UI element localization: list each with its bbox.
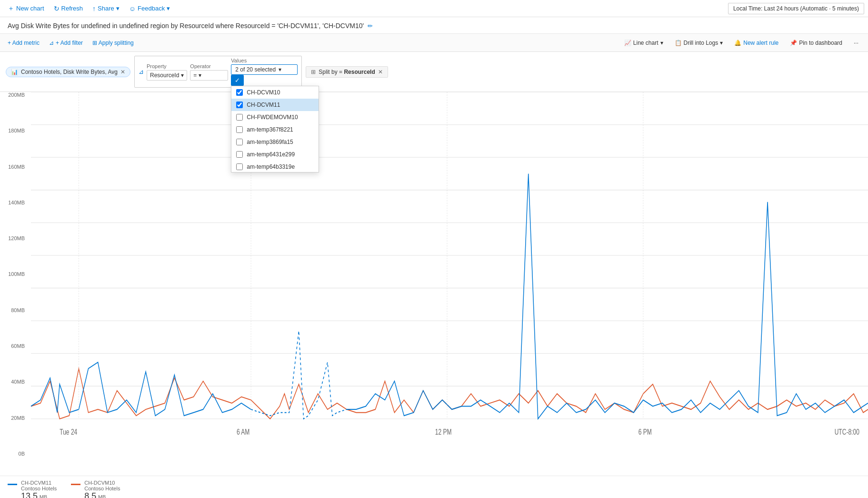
legend-line-orange <box>71 484 80 485</box>
dropdown-item-am-temp6431e299[interactable]: am-temp6431e299 <box>231 148 319 161</box>
svg-text:6 PM: 6 PM <box>639 427 652 436</box>
line-chart-icon: 📈 <box>624 40 631 46</box>
checkbox-ch-fwdemovm10[interactable] <box>236 114 243 121</box>
legend-line-blue <box>8 484 17 485</box>
metric-icon: 📊 <box>11 69 18 75</box>
operator-label: Operator <box>190 63 228 69</box>
chart-legend: CH-DCVM11 Contoso Hotels 13.5 MB CH-DCVM… <box>0 476 868 498</box>
y-label-80: 80MB <box>11 307 25 313</box>
new-chart-button[interactable]: ＋ New chart <box>4 2 48 15</box>
svg-text:Tue 24: Tue 24 <box>60 427 77 436</box>
property-label: Property <box>147 63 187 69</box>
values-apply-button[interactable]: ✓ <box>231 75 244 86</box>
legend-item-ch-dcvm10: CH-DCVM10 Contoso Hotels 8.5 MB <box>71 480 120 498</box>
feedback-button[interactable]: ☺ Feedback ▾ <box>125 3 174 14</box>
logs-chevron: ▾ <box>720 40 723 46</box>
feedback-chevron-icon: ▾ <box>167 5 170 12</box>
dropdown-list: CH-DCVM10 CH-DCVM11 CH-FWDEMOVM10 <box>231 86 319 172</box>
right-tools: 📈 Line chart ▾ 📋 Drill into Logs ▾ 🔔 New… <box>620 38 862 48</box>
metric-pill-close[interactable]: ✕ <box>120 69 125 75</box>
dropdown-item-am-temp367f8221[interactable]: am-temp367f8221 <box>231 123 319 136</box>
svg-text:12 PM: 12 PM <box>435 427 452 436</box>
values-container: 2 of 20 selected ▾ ✓ CH-DCVM10 <box>231 64 298 86</box>
drill-logs-button[interactable]: 📋 Drill into Logs ▾ <box>671 38 727 48</box>
svg-text:UTC-8:00: UTC-8:00 <box>835 427 859 436</box>
smile-icon: ☺ <box>129 5 136 12</box>
share-button[interactable]: ↑ Share ▾ <box>89 3 123 14</box>
edit-icon[interactable]: ✏ <box>368 22 373 30</box>
line-chart-button[interactable]: 📈 Line chart ▾ <box>620 38 667 48</box>
values-chevron: ▾ <box>279 66 281 73</box>
y-label-100: 100MB <box>8 271 25 277</box>
ellipsis-icon: ··· <box>854 40 858 46</box>
pin-icon: 📌 <box>790 40 797 46</box>
y-label-160: 160MB <box>8 164 25 170</box>
property-dropdown[interactable]: ResourceId ▾ <box>147 70 187 81</box>
values-group: Values 2 of 20 selected ▾ ✓ CH-DCVM10 <box>231 58 298 86</box>
share-chevron-icon: ▾ <box>116 5 120 12</box>
filter-icon: ⊿ <box>49 40 54 46</box>
operator-dropdown[interactable]: = ▾ <box>190 70 228 81</box>
filter-icon: ⊿ <box>139 68 144 75</box>
operator-chevron: ▾ <box>199 72 201 79</box>
checkbox-am-temp367f8221[interactable] <box>236 126 243 133</box>
checkbox-am-temp3869fa15[interactable] <box>236 139 243 145</box>
top-toolbar: ＋ New chart ↻ Refresh ↑ Share ▾ ☺ Feedba… <box>0 0 868 17</box>
add-filter-button[interactable]: ⊿ + Add filter <box>47 39 85 47</box>
refresh-button[interactable]: ↻ Refresh <box>50 3 87 14</box>
y-label-40: 40MB <box>11 379 25 385</box>
y-label-180: 180MB <box>8 128 25 133</box>
y-label-20: 20MB <box>11 415 25 421</box>
values-dropdown-panel: CH-DCVM10 CH-DCVM11 CH-FWDEMOVM10 <box>231 86 319 173</box>
y-label-60: 60MB <box>11 343 25 349</box>
share-icon: ↑ <box>92 5 96 12</box>
filter-row: 📊 Contoso Hotels, Disk Write Bytes, Avg … <box>0 52 868 92</box>
checkbox-am-temp6431e299[interactable] <box>236 151 243 158</box>
split-icon: ⊞ <box>311 69 316 75</box>
dropdown-item-ch-dcvm10[interactable]: CH-DCVM10 <box>231 86 319 99</box>
y-axis: 200MB 180MB 160MB 140MB 120MB 100MB 80MB… <box>0 92 29 457</box>
split-by-close[interactable]: ✕ <box>378 69 383 75</box>
y-label-140: 140MB <box>8 200 25 205</box>
dropdown-item-am-temp64b3319e[interactable]: am-temp64b3319e <box>231 161 319 172</box>
svg-text:6 AM: 6 AM <box>237 427 249 436</box>
metric-toolbar: + Add metric ⊿ + Add filter ⊞ Apply spli… <box>0 34 868 52</box>
more-options-button[interactable]: ··· <box>850 38 862 48</box>
new-alert-button[interactable]: 🔔 New alert rule <box>730 38 782 48</box>
apply-splitting-button[interactable]: ⊞ Apply splitting <box>90 39 136 47</box>
dropdown-item-ch-dcvm11[interactable]: CH-DCVM11 <box>231 99 319 111</box>
metric-pill: 📊 Contoso Hotels, Disk Write Bytes, Avg … <box>6 67 130 77</box>
logs-icon: 📋 <box>675 40 682 46</box>
legend-text-ch-dcvm10: CH-DCVM10 Contoso Hotels 8.5 MB <box>84 480 120 498</box>
chart-container: ‹ 200MB 180MB 160MB 140MB 120MB 100MB 80… <box>0 92 868 476</box>
y-label-0: 0B <box>19 451 25 457</box>
operator-group: Operator = ▾ <box>190 63 228 81</box>
plus-icon: ＋ <box>8 4 14 13</box>
property-group: Property ResourceId ▾ <box>147 63 187 81</box>
legend-text-ch-dcvm11: CH-DCVM11 Contoso Hotels 13.5 MB <box>21 480 57 498</box>
y-label-120: 120MB <box>8 235 25 241</box>
checkbox-ch-dcvm10[interactable] <box>236 89 243 96</box>
add-metric-button[interactable]: + Add metric <box>6 39 41 47</box>
chart-title: Avg Disk Write Bytes for undefined in un… <box>8 22 364 30</box>
checkbox-am-temp64b3319e[interactable] <box>236 163 243 170</box>
time-display[interactable]: Local Time: Last 24 hours (Automatic · 5… <box>728 3 864 14</box>
line-chart-chevron: ▾ <box>660 40 663 46</box>
property-chevron: ▾ <box>181 72 184 79</box>
alert-icon: 🔔 <box>734 40 741 46</box>
values-dropdown-button[interactable]: 2 of 20 selected ▾ <box>231 64 298 75</box>
dropdown-item-am-temp3869fa15[interactable]: am-temp3869fa15 <box>231 136 319 148</box>
values-label: Values <box>231 58 298 63</box>
legend-item-ch-dcvm11: CH-DCVM11 Contoso Hotels 13.5 MB <box>8 480 57 498</box>
pin-dashboard-button[interactable]: 📌 Pin to dashboard <box>786 38 846 48</box>
refresh-icon: ↻ <box>54 5 60 12</box>
split-by-badge: ⊞ Split by = ResourceId ✕ <box>306 66 388 78</box>
checkbox-ch-dcvm11[interactable] <box>236 102 243 108</box>
chart-title-area: Avg Disk Write Bytes for undefined in un… <box>0 17 868 34</box>
y-label-200: 200MB <box>8 92 25 98</box>
filter-section: ⊿ Property ResourceId ▾ Operator = ▾ <box>134 56 302 88</box>
chart-svg: Tue 24 6 AM 12 PM 6 PM UTC-8:00 <box>31 92 868 457</box>
dropdown-item-ch-fwdemovm10[interactable]: CH-FWDEMOVM10 <box>231 111 319 123</box>
